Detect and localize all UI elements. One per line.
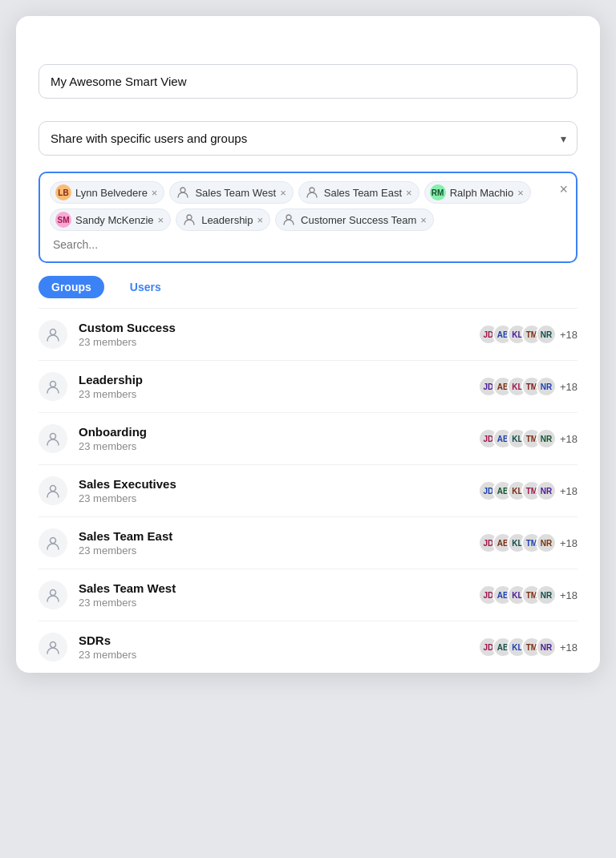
group-row-icon bbox=[38, 372, 67, 401]
tag-remove-leadership[interactable]: × bbox=[257, 215, 263, 225]
group-icon-sales-west bbox=[175, 184, 191, 200]
avatar: NR bbox=[536, 480, 557, 501]
avatar-stack: JDABKLTMNR+18 bbox=[478, 480, 578, 501]
group-name: Sales Team East bbox=[79, 529, 478, 543]
svg-point-6 bbox=[51, 434, 56, 439]
name-input[interactable] bbox=[38, 64, 578, 99]
svg-point-7 bbox=[51, 486, 56, 492]
svg-point-2 bbox=[187, 215, 192, 220]
group-members: 23 members bbox=[79, 649, 478, 661]
avatar-plus-count: +18 bbox=[560, 589, 578, 601]
group-name: Leadership bbox=[79, 373, 478, 387]
avatar-stack: JDABKLTMNR+18 bbox=[478, 532, 578, 553]
group-row[interactable]: Sales Team West23 membersJDABKLTMNR+18 bbox=[38, 569, 578, 621]
tag-remove-lynn[interactable]: × bbox=[152, 188, 158, 198]
tags-search-input[interactable] bbox=[50, 236, 197, 253]
group-name: Custom Success bbox=[79, 321, 478, 334]
svg-point-10 bbox=[51, 642, 56, 648]
avatar-lynn: LB bbox=[55, 184, 71, 200]
tag-sandy-mckenzie: SM Sandy McKenzie × bbox=[50, 208, 171, 231]
tag-label-sales-west: Sales Team West bbox=[195, 187, 276, 199]
edit-smart-view-modal: Share with specific users and groups ▾ L… bbox=[16, 16, 600, 673]
tag-remove-sales-east[interactable]: × bbox=[406, 188, 412, 198]
tag-remove-customer-success[interactable]: × bbox=[420, 215, 427, 225]
group-icon-sales-east bbox=[304, 184, 320, 200]
group-row-icon bbox=[38, 424, 67, 453]
tag-leadership: Leadership × bbox=[176, 208, 270, 231]
group-row[interactable]: SDRs23 membersJDABKLTMNR+18 bbox=[38, 621, 578, 673]
modal-header bbox=[38, 38, 578, 45]
avatar: NR bbox=[536, 376, 557, 397]
group-icon-customer-success bbox=[281, 212, 297, 228]
group-row[interactable]: Custom Success23 membersJDABKLTMNR+18 bbox=[38, 308, 578, 360]
avatar-plus-count: +18 bbox=[560, 381, 578, 393]
share-with-wrapper: LB Lynn Belvedere × Sales Team West × Sa… bbox=[38, 172, 578, 263]
group-row-icon bbox=[38, 581, 67, 609]
group-row-icon bbox=[38, 528, 67, 557]
avatar-stack: JDABKLTMNR+18 bbox=[478, 376, 578, 397]
svg-point-0 bbox=[180, 188, 185, 192]
group-members: 23 members bbox=[79, 388, 478, 400]
svg-point-1 bbox=[310, 188, 314, 192]
avatar-plus-count: +18 bbox=[560, 329, 578, 341]
avatar-stack: JDABKLTMNR+18 bbox=[478, 637, 578, 658]
sharing-select-wrapper: Share with specific users and groups ▾ bbox=[38, 121, 578, 156]
sharing-field-wrapper: Share with specific users and groups ▾ bbox=[38, 121, 578, 156]
group-members: 23 members bbox=[79, 440, 478, 452]
tabs-bar: Groups Users bbox=[38, 276, 578, 302]
name-field-wrapper bbox=[38, 64, 578, 115]
group-name: Sales Team West bbox=[79, 581, 478, 595]
group-row[interactable]: Sales Executives23 membersJDABKLTMNR+18 bbox=[38, 464, 578, 516]
avatar: NR bbox=[536, 324, 557, 345]
group-members: 23 members bbox=[79, 597, 478, 609]
group-info: SDRs23 members bbox=[79, 633, 478, 661]
group-row[interactable]: Onboarding23 membersJDABKLTMNR+18 bbox=[38, 412, 578, 464]
group-list: Custom Success23 membersJDABKLTMNR+18Lea… bbox=[38, 308, 578, 673]
avatar-plus-count: +18 bbox=[560, 537, 578, 549]
svg-point-3 bbox=[286, 215, 291, 220]
close-button[interactable] bbox=[571, 38, 578, 45]
tag-label-lynn: Lynn Belvedere bbox=[75, 187, 148, 199]
group-icon-leadership bbox=[181, 212, 197, 228]
tag-sales-team-east: Sales Team East × bbox=[298, 181, 419, 204]
tag-lynn-belvedere: LB Lynn Belvedere × bbox=[50, 181, 164, 204]
group-name: SDRs bbox=[79, 633, 478, 647]
tag-ralph-machio: RM Ralph Machio × bbox=[424, 181, 531, 204]
group-info: Sales Executives23 members bbox=[79, 477, 478, 504]
group-members: 23 members bbox=[79, 492, 478, 504]
tags-clear-button[interactable]: × bbox=[559, 181, 568, 198]
avatar-stack: JDABKLTMNR+18 bbox=[478, 428, 578, 449]
sharing-select[interactable]: Share with specific users and groups bbox=[38, 121, 578, 156]
avatar-plus-count: +18 bbox=[560, 485, 578, 497]
group-name: Sales Executives bbox=[79, 477, 478, 491]
tag-remove-sandy[interactable]: × bbox=[158, 215, 164, 225]
avatar: NR bbox=[536, 532, 557, 553]
avatar-sandy: SM bbox=[55, 212, 71, 228]
avatar: NR bbox=[536, 585, 557, 605]
group-info: Onboarding23 members bbox=[79, 425, 478, 452]
avatar-stack: JDABKLTMNR+18 bbox=[478, 585, 578, 605]
group-row[interactable]: Leadership23 membersJDABKLTMNR+18 bbox=[38, 360, 578, 412]
avatar-plus-count: +18 bbox=[560, 641, 578, 654]
tag-label-leadership: Leadership bbox=[201, 214, 253, 226]
group-members: 23 members bbox=[79, 336, 478, 348]
tag-remove-sales-west[interactable]: × bbox=[280, 188, 286, 198]
avatar-stack: JDABKLTMNR+18 bbox=[478, 324, 578, 345]
tag-label-sales-east: Sales Team East bbox=[324, 187, 402, 199]
svg-point-8 bbox=[51, 538, 56, 544]
tab-users[interactable]: Users bbox=[117, 276, 174, 298]
avatar: NR bbox=[536, 637, 557, 658]
group-info: Sales Team West23 members bbox=[79, 581, 478, 609]
tags-input-area[interactable]: LB Lynn Belvedere × Sales Team West × Sa… bbox=[38, 172, 578, 263]
group-name: Onboarding bbox=[79, 425, 478, 439]
avatar: NR bbox=[536, 428, 557, 449]
group-row-icon bbox=[38, 476, 67, 505]
tag-remove-ralph[interactable]: × bbox=[517, 188, 524, 198]
group-info: Leadership23 members bbox=[79, 373, 478, 400]
group-row[interactable]: Sales Team East23 membersJDABKLTMNR+18 bbox=[38, 516, 578, 569]
tag-label-customer-success: Customer Success Team bbox=[301, 214, 416, 226]
svg-point-4 bbox=[51, 330, 56, 335]
group-info: Sales Team East23 members bbox=[79, 529, 478, 556]
svg-point-9 bbox=[51, 590, 56, 596]
tab-groups[interactable]: Groups bbox=[38, 276, 104, 298]
